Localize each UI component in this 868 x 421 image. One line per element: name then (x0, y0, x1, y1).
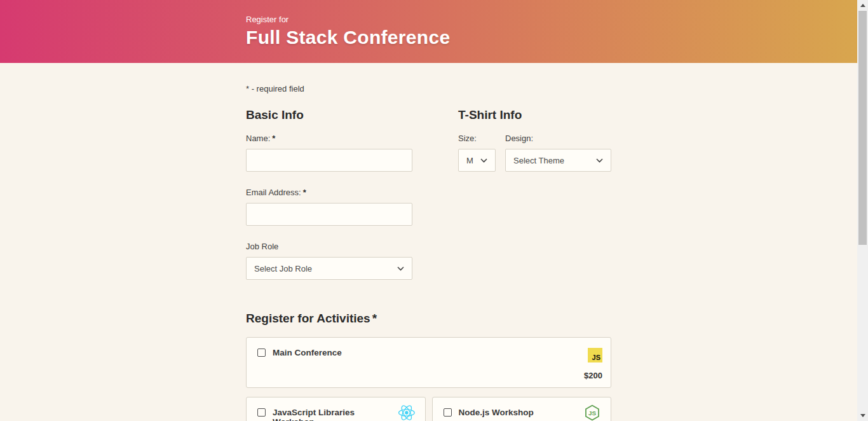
email-label: Email Address:* (246, 188, 412, 197)
activity-card-main-conference: Main Conference JS $200 (246, 337, 611, 388)
main-conference-checkbox[interactable] (257, 349, 266, 357)
tshirt-info-heading: T-Shirt Info (458, 108, 611, 122)
email-required-asterisk: * (303, 188, 306, 197)
chevron-down-icon (397, 266, 404, 271)
job-role-label: Job Role (246, 242, 412, 251)
nodejs-workshop-checkbox[interactable] (444, 408, 452, 417)
activity-card-nodejs-workshop: Node.js Workshop JS (432, 397, 612, 421)
size-selected-value: M (466, 156, 473, 165)
design-select[interactable]: Select Theme (505, 149, 611, 172)
registration-form: * - required field Basic Info Name:* Ema… (246, 84, 611, 421)
react-icon (398, 404, 416, 421)
size-select[interactable]: M (458, 149, 496, 172)
email-label-text: Email Address: (246, 188, 301, 197)
design-label: Design: (505, 134, 611, 143)
job-role-select[interactable]: Select Job Role (246, 257, 412, 280)
arrow-up-icon (860, 4, 865, 7)
scroll-up-button[interactable] (857, 0, 868, 11)
page-title: Full Stack Conference (246, 27, 611, 48)
svg-text:JS: JS (588, 410, 597, 417)
registration-page: Register for Full Stack Conference * - r… (0, 0, 857, 421)
nodejs-icon: JS (583, 404, 601, 421)
job-role-selected-value: Select Job Role (254, 264, 312, 273)
name-label-text: Name: (246, 134, 270, 143)
js-icon: JS (588, 348, 602, 362)
activity-label[interactable]: Node.js Workshop (459, 408, 534, 417)
activity-label[interactable]: Main Conference (273, 348, 342, 357)
scroll-down-button[interactable] (857, 410, 868, 421)
size-label: Size: (458, 134, 496, 143)
basic-info-heading: Basic Info (246, 108, 412, 122)
activity-price: $200 (584, 371, 602, 380)
design-selected-value: Select Theme (513, 156, 564, 165)
required-field-note: * - required field (246, 84, 611, 93)
name-label: Name:* (246, 134, 412, 143)
name-input[interactable] (246, 149, 412, 172)
email-field[interactable] (246, 203, 412, 226)
tshirt-info-section: T-Shirt Info Size: M Design: Select Them… (458, 108, 611, 296)
activities-heading: Register for Activities* (246, 312, 611, 326)
js-libraries-workshop-checkbox[interactable] (257, 408, 266, 417)
scrollbar-thumb[interactable] (858, 11, 867, 245)
chevron-down-icon (596, 158, 603, 163)
basic-info-section: Basic Info Name:* Email Address:* Job Ro… (246, 108, 412, 296)
arrow-down-icon (860, 414, 865, 417)
name-required-asterisk: * (272, 134, 275, 143)
header-banner: Register for Full Stack Conference (0, 0, 857, 63)
activities-required-asterisk: * (372, 312, 377, 325)
chevron-down-icon (480, 158, 487, 163)
header-eyebrow: Register for (246, 15, 611, 24)
activities-heading-text: Register for Activities (246, 312, 370, 325)
vertical-scrollbar[interactable] (857, 0, 868, 421)
activity-label[interactable]: JavaScript Libraries Workshop (273, 408, 398, 421)
activity-card-js-libraries-workshop: JavaScript Libraries Workshop (246, 397, 426, 421)
